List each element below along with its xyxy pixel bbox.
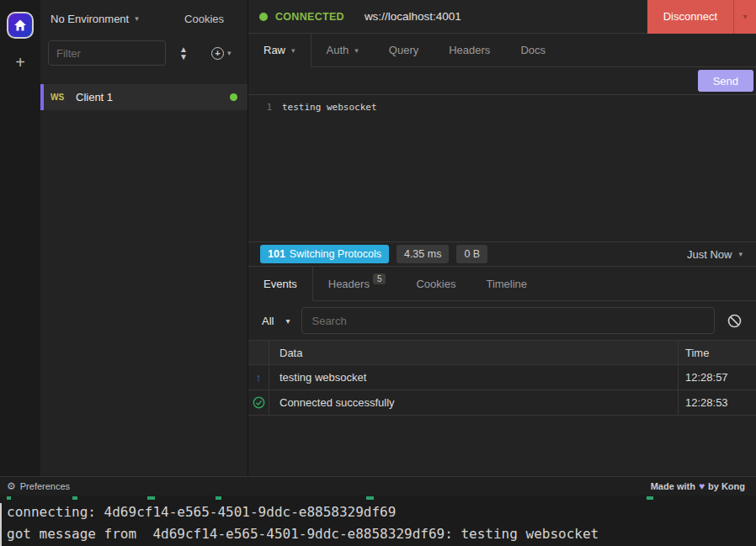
clear-events-button[interactable] bbox=[721, 314, 747, 328]
gear-icon: ⚙ bbox=[7, 480, 16, 492]
chevron-down-icon: ▾ bbox=[354, 46, 359, 55]
status-code-badge: 101 Switching Protocols bbox=[260, 245, 389, 263]
time-column-header: Time bbox=[678, 341, 756, 364]
line-number: 1 bbox=[248, 100, 282, 115]
tab-auth-label: Auth bbox=[327, 44, 349, 56]
terminal-line: got message from 4d69cf14-e565-4501-9ddc… bbox=[7, 526, 599, 542]
sort-icon: ▲▼ bbox=[179, 45, 188, 61]
clipped-text-fragment bbox=[7, 496, 11, 500]
plus-icon: + bbox=[15, 53, 25, 72]
insomnia-window: + No Environment ▾ Cookies ▲▼ + ▾ bbox=[0, 0, 756, 546]
clipped-text-fragment bbox=[366, 496, 374, 500]
event-search-input[interactable] bbox=[301, 307, 715, 334]
check-circle-icon bbox=[248, 390, 269, 415]
made-with-text: Made with bbox=[651, 481, 695, 491]
event-time: 12:28:53 bbox=[678, 390, 756, 415]
made-with-kong[interactable]: Made with ♥ by Kong bbox=[651, 480, 745, 492]
editor-content: testing websocket bbox=[282, 100, 377, 115]
tab-response-headers[interactable]: Headers 5 bbox=[313, 267, 402, 301]
chevron-down-icon: ▾ bbox=[291, 46, 295, 55]
ws-protocol-tag: WS bbox=[51, 93, 76, 102]
recency-label: Just Now bbox=[687, 248, 732, 261]
editor-line: 1 testing websocket bbox=[248, 100, 756, 115]
tab-query[interactable]: Query bbox=[374, 34, 434, 67]
tab-timeline-label: Timeline bbox=[486, 278, 527, 290]
tab-headers-label: Headers bbox=[449, 44, 490, 56]
terminal-left-edge bbox=[0, 503, 2, 546]
status-label: CONNECTED bbox=[275, 11, 344, 23]
heart-icon: ♥ bbox=[699, 480, 705, 492]
table-row[interactable]: ↑ testing websocket 12:28:57 bbox=[248, 365, 756, 390]
headers-count-badge: 5 bbox=[373, 273, 386, 284]
filter-input[interactable] bbox=[48, 40, 166, 66]
connection-bar: CONNECTED ws://localhost:4001 Disconnect… bbox=[248, 0, 756, 34]
data-column-header: Data bbox=[269, 341, 678, 364]
chevron-down-icon: ▾ bbox=[738, 250, 743, 258]
connected-dot-icon bbox=[230, 93, 237, 101]
workspace: + No Environment ▾ Cookies ▲▼ + ▾ bbox=[0, 0, 756, 476]
event-type-value: All bbox=[262, 315, 274, 327]
main-pane: CONNECTED ws://localhost:4001 Disconnect… bbox=[248, 0, 756, 476]
events-table: Data Time ↑ testing websocket 12:28:57 bbox=[248, 340, 756, 416]
clipped-text-fragment bbox=[72, 496, 77, 500]
message-editor[interactable]: 1 testing websocket bbox=[248, 95, 756, 241]
tab-timeline[interactable]: Timeline bbox=[471, 267, 542, 301]
home-icon bbox=[13, 19, 27, 32]
clipped-text-fragment bbox=[216, 496, 221, 500]
tab-docs[interactable]: Docs bbox=[505, 34, 561, 67]
status-dot-icon bbox=[259, 13, 268, 21]
response-time-badge: 4.35 ms bbox=[397, 245, 449, 263]
new-project-button[interactable]: + bbox=[15, 54, 25, 71]
clipped-text-fragment bbox=[147, 496, 155, 500]
tab-headers[interactable]: Headers bbox=[434, 34, 505, 67]
tab-response-cookies[interactable]: Cookies bbox=[401, 267, 471, 301]
tab-auth[interactable]: Auth ▾ bbox=[311, 34, 374, 67]
sidebar: No Environment ▾ Cookies ▲▼ + ▾ WS Clie bbox=[40, 0, 248, 476]
event-data: Connected successfully bbox=[269, 390, 678, 415]
chevron-down-icon: ▾ bbox=[227, 49, 232, 57]
status-text: Switching Protocols bbox=[290, 248, 381, 260]
disconnect-dropdown-button[interactable]: ▾ bbox=[733, 0, 756, 34]
cookies-button[interactable]: Cookies bbox=[184, 13, 224, 25]
events-table-header: Data Time bbox=[248, 341, 756, 365]
request-name: Client 1 bbox=[76, 91, 113, 103]
terminal-line: connecting: 4d69cf14-e565-4501-9ddc-e885… bbox=[7, 504, 396, 520]
send-row: Send bbox=[248, 67, 756, 95]
tab-events[interactable]: Events bbox=[248, 267, 313, 301]
sort-button[interactable]: ▲▼ bbox=[169, 45, 198, 61]
environment-selector[interactable]: No Environment ▾ bbox=[51, 13, 139, 25]
clipped-text-fragment bbox=[647, 496, 653, 500]
sidebar-filter-row: ▲▼ + ▾ bbox=[40, 37, 248, 74]
chevron-down-icon: ▾ bbox=[135, 14, 139, 23]
status-code: 101 bbox=[268, 248, 285, 260]
table-row[interactable]: Connected successfully 12:28:53 bbox=[248, 390, 756, 416]
tab-docs-label: Docs bbox=[520, 44, 546, 56]
tab-response-cookies-label: Cookies bbox=[416, 278, 455, 290]
preferences-label: Preferences bbox=[20, 481, 70, 491]
disconnect-split-button: Disconnect ▾ bbox=[647, 0, 756, 34]
tab-query-label: Query bbox=[389, 44, 418, 56]
status-footer: ⚙ Preferences Made with ♥ by Kong bbox=[0, 476, 756, 496]
tab-raw[interactable]: Raw ▾ bbox=[248, 34, 311, 67]
prohibit-icon bbox=[727, 314, 742, 328]
response-history-dropdown[interactable]: Just Now ▾ bbox=[687, 248, 743, 261]
create-request-button[interactable]: + ▾ bbox=[211, 47, 232, 60]
disconnect-button[interactable]: Disconnect bbox=[647, 0, 733, 34]
activity-bar: + bbox=[0, 0, 40, 476]
event-type-select[interactable]: All ▾ bbox=[257, 315, 295, 327]
tabbar-filler bbox=[542, 267, 756, 301]
terminal-window: connecting: 4d69cf14-e565-4501-9ddc-e885… bbox=[0, 496, 756, 546]
request-tabbar: Raw ▾ Auth ▾ Query Headers Docs bbox=[248, 34, 756, 67]
response-tabbar: Events Headers 5 Cookies Timeline bbox=[248, 267, 756, 301]
request-item-client-1[interactable]: WS Client 1 bbox=[40, 84, 248, 110]
websocket-url: ws://localhost:4001 bbox=[365, 10, 461, 23]
connection-status: CONNECTED bbox=[248, 11, 356, 23]
chevron-down-icon: ▾ bbox=[285, 316, 290, 326]
event-data: testing websocket bbox=[269, 365, 678, 390]
environment-label: No Environment bbox=[51, 13, 129, 25]
send-button[interactable]: Send bbox=[698, 70, 753, 92]
by-kong-text: by Kong bbox=[708, 481, 745, 491]
events-filter-row: All ▾ bbox=[248, 301, 756, 340]
preferences-button[interactable]: ⚙ Preferences bbox=[7, 480, 70, 492]
home-button[interactable] bbox=[7, 12, 34, 39]
